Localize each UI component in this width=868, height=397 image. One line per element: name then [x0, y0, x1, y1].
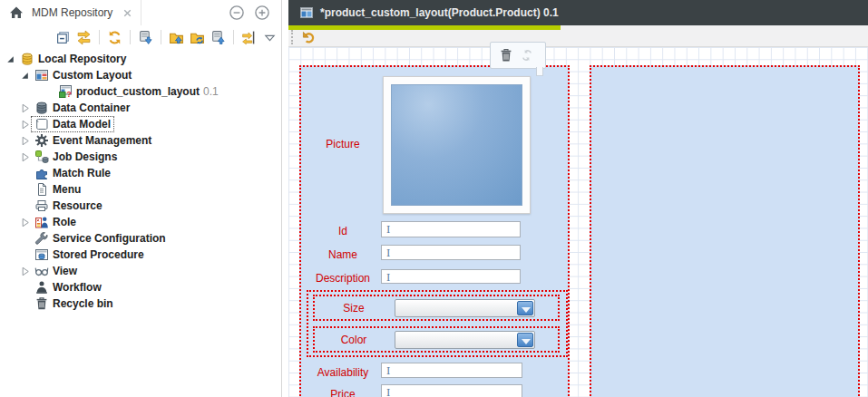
deploy-server-icon[interactable]	[138, 30, 153, 45]
close-icon[interactable]	[122, 7, 133, 19]
tree-item-role[interactable]: Role	[0, 214, 281, 230]
tree-item-job-designs[interactable]: Job Designs	[0, 149, 281, 165]
tree-item-product-custom-layout[interactable]: ?product_custom_layout0.1	[0, 83, 281, 100]
tree-indent	[0, 108, 18, 109]
color-combo[interactable]	[395, 331, 535, 349]
price-input[interactable]: I	[381, 384, 522, 397]
name-input[interactable]: I	[381, 245, 521, 260]
import-folder-icon[interactable]	[169, 30, 184, 45]
picture-widget[interactable]	[383, 76, 531, 214]
tree-arrow-expanded-icon[interactable]	[18, 69, 32, 82]
swap-views-icon[interactable]	[76, 30, 92, 45]
wrench-icon	[34, 231, 49, 246]
tree-item-service-configuration[interactable]: Service Configuration	[0, 230, 281, 247]
tree-item-label: Recycle bin	[53, 296, 113, 311]
stored-procedure-icon	[34, 247, 49, 262]
tree-item-content: Custom Layout	[32, 68, 134, 82]
availability-input[interactable]: I	[381, 363, 522, 378]
tree-indent	[0, 287, 18, 288]
tree-item-label: Data Model	[53, 117, 111, 131]
tree-indent	[0, 173, 18, 174]
tree-item-label: Menu	[53, 182, 81, 197]
tree-indent	[0, 271, 18, 272]
tree-item-label: Service Configuration	[53, 231, 166, 246]
tree-item-label: Local Repository	[38, 52, 126, 66]
form-panel-empty[interactable]	[590, 65, 860, 397]
tree-arrow-placeholder	[18, 183, 32, 197]
size-field-box[interactable]: Size	[313, 295, 560, 321]
tree-item-content: Match Rule	[32, 166, 113, 180]
tab-mdm-repository[interactable]: MDM Repository	[0, 0, 141, 25]
tree-item-content: Local Repository	[17, 52, 129, 66]
repository-tree: Local RepositoryCustom Layout?product_cu…	[0, 51, 281, 397]
tree-item-data-model[interactable]: Data Model	[0, 116, 281, 132]
description-label: Description	[303, 272, 383, 285]
design-canvas[interactable]: Picture Id I Name I Description I Size C…	[288, 47, 868, 397]
minimize-view-button[interactable]	[229, 5, 245, 21]
tree-item-resource[interactable]: Resource	[0, 198, 281, 214]
tree-item-content: Resource	[32, 198, 105, 213]
transfer-icon[interactable]	[241, 30, 257, 45]
tree-item-custom-layout[interactable]: Custom Layout	[0, 67, 281, 83]
refresh-icon[interactable]	[107, 30, 122, 45]
description-input[interactable]: I	[381, 269, 521, 284]
text-caret: I	[386, 365, 390, 377]
widget-floating-toolbar	[490, 42, 546, 69]
picture-placeholder	[391, 84, 522, 206]
size-color-group[interactable]: Size Color	[307, 290, 568, 357]
delete-trash-icon[interactable]	[499, 48, 513, 63]
tree-arrow-collapsed-icon[interactable]	[18, 150, 32, 164]
tree-arrow-collapsed-icon[interactable]	[18, 265, 32, 278]
tree-item-content: Recycle bin	[32, 296, 116, 311]
tree-item-content: ?product_custom_layout0.1	[55, 84, 221, 99]
tree-item-label: Stored Procedure	[53, 247, 144, 262]
tree-arrow-collapsed-icon[interactable]	[18, 216, 32, 229]
maximize-view-button[interactable]	[254, 5, 270, 21]
update-server-icon[interactable]	[210, 30, 226, 45]
tab-product-custom-layout[interactable]: *product_custom_layout(Product.Product) …	[288, 0, 561, 25]
combo-dropdown-icon[interactable]	[517, 301, 533, 315]
editor-tab-bar: *product_custom_layout(Product.Product) …	[288, 0, 868, 25]
tree-item-local-repository[interactable]: Local Repository	[0, 51, 281, 67]
tree-item-stored-procedure[interactable]: Stored Procedure	[0, 247, 281, 263]
puzzle-icon	[34, 166, 49, 180]
toolbar-drag-handle[interactable]	[291, 30, 293, 44]
document-icon	[34, 182, 49, 197]
tree-arrow-placeholder	[18, 281, 32, 295]
database-slate-icon	[34, 101, 49, 115]
tree-item-match-rule[interactable]: Match Rule	[0, 165, 281, 181]
tree-arrow-expanded-icon[interactable]	[4, 53, 17, 66]
tree-indent	[0, 75, 18, 76]
tree-indent	[0, 140, 18, 141]
application-window: MDM Repository Local RepositoryCustom La…	[0, 0, 868, 397]
tree-item-menu[interactable]: Menu	[0, 181, 281, 198]
tree-item-label: Role	[53, 215, 76, 229]
color-field-box[interactable]: Color	[313, 326, 560, 353]
size-combo[interactable]	[395, 299, 535, 317]
tree-arrow-collapsed-icon[interactable]	[18, 118, 32, 131]
tree-item-label: Data Container	[53, 101, 130, 115]
tree-arrow-placeholder	[18, 248, 32, 262]
undo-icon[interactable]	[300, 29, 316, 44]
collapse-all-icon[interactable]	[55, 30, 71, 45]
tree-arrow-collapsed-icon[interactable]	[18, 134, 32, 148]
color-label: Color	[315, 334, 393, 346]
tree-indent	[0, 157, 18, 158]
tree-item-content: Data Model	[32, 117, 113, 131]
tree-item-data-container[interactable]: Data Container	[0, 100, 281, 116]
tree-item-event-management[interactable]: Event Management	[0, 132, 281, 149]
active-tab-underline	[288, 25, 561, 30]
glasses-icon	[34, 264, 49, 278]
tree-item-view[interactable]: View	[0, 263, 281, 279]
repository-view-header: MDM Repository	[0, 0, 281, 25]
sync-folder-icon[interactable]	[190, 30, 205, 45]
tree-item-recycle-bin[interactable]: Recycle bin	[0, 295, 281, 312]
tree-item-label: product_custom_layout	[76, 84, 200, 99]
form-panel-main[interactable]: Picture Id I Name I Description I Size C…	[299, 65, 570, 397]
id-input[interactable]: I	[381, 221, 521, 237]
tree-arrow-collapsed-icon[interactable]	[18, 102, 32, 115]
combo-dropdown-icon[interactable]	[517, 333, 533, 347]
tree-item-label: Workflow	[53, 280, 102, 295]
view-menu-chevron-icon[interactable]	[262, 30, 278, 45]
tree-item-workflow[interactable]: Workflow	[0, 279, 281, 295]
